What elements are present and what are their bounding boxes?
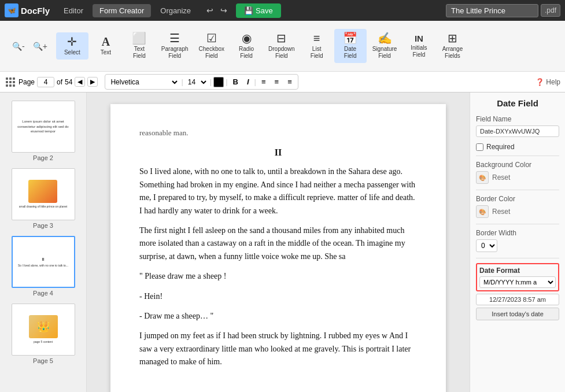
save-button[interactable]: 💾 Save (236, 3, 281, 18)
tool-text[interactable]: A Text (90, 32, 122, 60)
align-right-button[interactable]: ≡ (284, 76, 296, 88)
doc-para-4: - Hein! (139, 290, 417, 303)
insert-today-button[interactable]: Insert today's date (476, 308, 559, 320)
main-toolbar: 🔍- 🔍+ ✛ Select A Text ⬜ TextField ☰ Para… (0, 21, 565, 72)
tool-signature-field[interactable]: ✍ SignatureField (368, 29, 402, 63)
bg-color-section: Background Color 🎨 Reset (476, 161, 559, 184)
select-icon: ✛ (67, 36, 77, 47)
document-area: reasonable man. II So I lived alone, wit… (87, 93, 470, 392)
tool-list-field[interactable]: ≡ ListField (301, 29, 333, 63)
page-total: 54 (65, 78, 72, 86)
tool-arrange-fields[interactable]: ⊞ ArrangeFields (436, 29, 468, 63)
divider-2 (476, 190, 559, 190)
help-label: Help (546, 78, 560, 86)
logo-icon: 🦋 (5, 3, 19, 17)
grid-dot (9, 81, 12, 83)
list-icon: ≡ (313, 32, 320, 44)
page-separator: of (57, 78, 62, 86)
field-name-input[interactable] (476, 125, 559, 137)
save-icon: 💾 (244, 6, 253, 15)
grid-view-button[interactable] (5, 76, 16, 88)
required-label: Required (486, 143, 515, 151)
italic-button[interactable]: I (243, 76, 253, 88)
bg-color-reset[interactable]: Reset (492, 173, 510, 182)
help-icon: ❓ (536, 78, 544, 86)
date-format-select[interactable]: M/D/YYYY h:mm a MM/DD/YYYY YYYY-MM-DD DD… (479, 276, 556, 288)
thumb-content-3: small drawing of little prince on planet (17, 177, 69, 211)
thumb-label-2: Page 2 (33, 154, 53, 161)
doc-para-6: I jumped on my feet as if I had been str… (139, 330, 417, 368)
align-left-button[interactable]: ≡ (258, 76, 269, 88)
grid-dot (13, 84, 15, 87)
right-panel: Date Field Field Name Required Backgroun… (470, 93, 565, 392)
grid-dot (6, 77, 8, 80)
page-header-text: reasonable man. (139, 127, 417, 139)
page-next-button[interactable]: ▶ (87, 77, 98, 87)
font-size-select[interactable]: 14 12 16 18 (185, 77, 208, 87)
tool-paragraph-field[interactable]: ☰ ParagraphField (157, 29, 193, 63)
tool-initials-field[interactable]: IN InitialsField (402, 31, 435, 62)
page-navigation: Page of 54 ◀ ▶ (19, 77, 98, 87)
bold-button[interactable]: B (230, 76, 242, 88)
border-color-section: Border Color 🎨 Reset (476, 195, 559, 218)
pdf-badge: .pdf (541, 4, 560, 17)
tool-dropdown-field[interactable]: ⊟ DropdownField (264, 29, 300, 63)
sidebar-page-2[interactable]: Lorem ipsum dolor sit amet consectetur a… (0, 97, 86, 165)
required-checkbox[interactable] (476, 143, 483, 151)
date-format-section: Date Format M/D/YYYY h:mm a MM/DD/YYYY Y… (476, 263, 559, 291)
align-center-button[interactable]: ≡ (271, 76, 283, 88)
redo-button[interactable]: ↪ (217, 4, 230, 17)
page-number-input[interactable] (37, 77, 54, 87)
help-button[interactable]: ❓ Help (536, 78, 560, 86)
zoom-tools: 🔍- 🔍+ (5, 38, 55, 54)
document-name-input[interactable] (446, 4, 538, 17)
tool-radio-field[interactable]: ◉ RadioField (230, 29, 263, 63)
tool-checkbox-field[interactable]: ☑ CheckboxField (194, 29, 229, 63)
bg-color-label: Background Color (476, 161, 559, 169)
bg-color-icon: 🎨 (479, 175, 486, 181)
tab-organize[interactable]: Organize (153, 4, 198, 17)
divider-3 (476, 224, 559, 224)
border-width-row: 0 1 2 3 (476, 239, 559, 252)
thumb-content-5: 👑 page 5 content (27, 313, 60, 346)
page-prev-button[interactable]: ◀ (75, 77, 85, 87)
grid-dot (6, 81, 8, 83)
undo-button[interactable]: ↩ (204, 4, 216, 17)
arrange-icon: ⊞ (448, 32, 457, 44)
text-color-swatch[interactable] (213, 77, 224, 87)
tab-editor[interactable]: Editor (57, 4, 90, 17)
style-divider: | (254, 77, 256, 86)
logo-text: DocFly (21, 6, 50, 16)
tool-date-field[interactable]: 📅 DateField (334, 29, 367, 63)
border-width-label: Border Width (476, 229, 559, 237)
tool-select[interactable]: ✛ Select (56, 32, 88, 60)
tool-list-field-label: ListField (311, 46, 323, 60)
tool-date-field-label: DateField (344, 46, 357, 60)
sidebar-page-5[interactable]: 👑 page 5 content Page 5 (0, 300, 86, 368)
sidebar-page-3[interactable]: small drawing of little prince on planet… (0, 165, 86, 232)
border-width-select[interactable]: 0 1 2 3 (476, 239, 497, 252)
grid-dot (6, 84, 8, 87)
tab-form-creator[interactable]: Form Creator (93, 4, 151, 17)
bg-color-row: 🎨 Reset (476, 171, 559, 184)
tool-select-label: Select (64, 49, 80, 56)
tool-initials-field-label: InitialsField (411, 45, 427, 58)
date-format-label: Date Format (479, 267, 556, 275)
zoom-out-button[interactable]: 🔍- (9, 40, 28, 52)
border-color-reset[interactable]: Reset (492, 208, 510, 216)
thumbnail-4: II So I lived alone, with no one to talk… (12, 236, 75, 288)
border-color-preview[interactable]: 🎨 (476, 205, 489, 218)
border-color-label: Border Color (476, 195, 559, 203)
zoom-in-button[interactable]: 🔍+ (30, 40, 50, 52)
text-icon: A (102, 36, 110, 47)
tool-text-field[interactable]: ⬜ TextField (123, 29, 156, 63)
bg-color-preview[interactable]: 🎨 (476, 171, 489, 184)
thumb-content-4: II So I lived alone, with no one to talk… (16, 254, 71, 270)
font-format-group: Helvetica Arial Times New Roman | 14 12 … (105, 74, 298, 90)
grid-dot (13, 81, 15, 83)
font-family-select[interactable]: Helvetica Arial Times New Roman (108, 77, 179, 87)
sidebar-page-4[interactable]: II So I lived alone, with no one to talk… (0, 232, 86, 300)
doc-para-1: So I lived alone, with no one to talk to… (139, 165, 417, 217)
tool-paragraph-field-label: ParagraphField (161, 46, 189, 60)
thumb-label-4: Page 4 (33, 290, 53, 297)
